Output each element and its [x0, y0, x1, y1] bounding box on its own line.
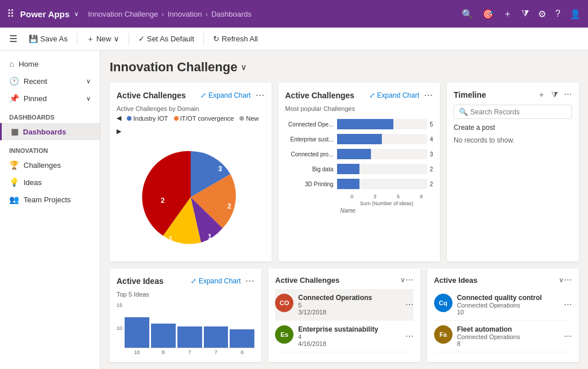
timeline-add-icon[interactable]: ＋ [537, 90, 546, 100]
expand-icon: ⤢ [200, 91, 206, 99]
breadcrumb-app: Innovation Challenge [88, 10, 158, 18]
legend-prev[interactable]: ◀ [117, 114, 121, 122]
timeline-search-input[interactable] [470, 108, 567, 116]
dashboards-section-label: Dashboards [0, 107, 100, 123]
timeline-header: Timeline ＋ ⧩ ⋯ [454, 90, 572, 100]
ideas-list-header: Active Ideas ∨ ⋯ [434, 275, 572, 285]
ideas-list-title: Active Ideas [434, 276, 556, 285]
card2-expand-button[interactable]: ⤢ Expand Chart [369, 91, 419, 99]
ideas-bar-1 [125, 317, 149, 348]
breadcrumb-page: Dashboards [211, 10, 252, 18]
ideas-bar-chart: 15 10 [117, 302, 254, 348]
idea-1-more[interactable]: ⋯ [564, 300, 572, 309]
timeline-search-box[interactable]: 🔍 [454, 105, 572, 119]
toolbar: ☰ 💾 Save As ＋ New ∨ ✓ Set As Default ↻ R… [0, 28, 588, 51]
dashboard-icon: ▦ [11, 127, 18, 136]
ideas-icon: 💡 [9, 178, 19, 187]
challenges-list-header: Active Challenges ∨ ⋯ [275, 275, 413, 285]
card1-actions: ⤢ Expand Chart ⋯ [200, 90, 264, 101]
set-default-button[interactable]: ✓ Set As Default [134, 32, 199, 45]
active-ideas-list-card: Active Ideas ∨ ⋯ Cq Connected quality co… [427, 268, 579, 362]
challenges-list: CO Connected Operations 5 3/12/2018 ⋯ Es… [275, 289, 413, 352]
brand-chevron[interactable]: ∨ [74, 10, 79, 18]
sidebar-item-home[interactable]: ⌂ Home [0, 55, 100, 72]
card2-more-button[interactable]: ⋯ [424, 90, 433, 101]
challenges-chevron[interactable]: ∨ [400, 276, 405, 284]
timeline-actions: ＋ ⧩ ⋯ [537, 90, 572, 100]
challenge-item-1[interactable]: CO Connected Operations 5 3/12/2018 ⋯ [275, 289, 413, 321]
pie-legend: ◀ Industry IOT IT/OT convergence New ▶ [117, 114, 265, 135]
recent-chevron[interactable]: ∨ [86, 78, 91, 85]
idea-item-2[interactable]: Fa Fleet automation Connected Operations… [434, 321, 572, 352]
ideas-chart-actions: ⤢ Expand Chart ⋯ [191, 275, 254, 286]
ideas-chart-more[interactable]: ⋯ [245, 275, 254, 286]
card2-title: Active Challenges [285, 91, 355, 100]
target-icon[interactable]: 🎯 [482, 9, 494, 20]
active-challenges-pie-card: Active Challenges ⤢ Expand Chart ⋯ Activ… [110, 83, 272, 262]
ideas-bar-2 [151, 324, 176, 348]
ideas-expand-button[interactable]: ⤢ Expand Chart [191, 277, 241, 285]
challenge-1-more[interactable]: ⋯ [405, 300, 413, 309]
create-post-label[interactable]: Create a post [454, 124, 572, 132]
card1-expand-button[interactable]: ⤢ Expand Chart [200, 91, 250, 99]
legend-item-iot: Industry IOT [127, 115, 168, 122]
pinned-chevron[interactable]: ∨ [86, 95, 91, 102]
idea-2-more[interactable]: ⋯ [564, 332, 572, 341]
svg-text:3: 3 [218, 165, 222, 173]
challenge-info-1: Connected Operations 5 3/12/2018 [298, 294, 400, 316]
refresh-button[interactable]: ↻ Refresh All [208, 32, 262, 45]
sidebar-item-ideas[interactable]: 💡 Ideas [0, 174, 100, 191]
search-icon[interactable]: 🔍 [462, 9, 473, 20]
page-title-chevron[interactable]: ∨ [241, 63, 246, 72]
new-button[interactable]: ＋ New ∨ [82, 32, 124, 47]
add-icon[interactable]: ＋ [503, 8, 512, 20]
bar-row-3: Connected pro... 3 [285, 149, 434, 159]
ideas-chart-subtitle: Top 5 Ideas [117, 291, 254, 298]
sidebar-item-pinned[interactable]: 📌 Pinned ∨ [0, 90, 100, 107]
nav-right-icons: 🔍 🎯 ＋ ⧩ ⚙ ? 👤 [462, 8, 581, 20]
challenge-item-2[interactable]: Es Enterprise sustainability 4 4/16/2018… [275, 321, 413, 352]
sidebar-item-dashboards[interactable]: ▦ Dashboards [0, 123, 100, 140]
svg-text:1: 1 [208, 233, 212, 241]
content-area: Innovation Challenge ∨ Active Challenges… [100, 51, 588, 369]
refresh-icon: ↻ [213, 34, 219, 43]
idea-item-1[interactable]: Cq Connected quality control Connected O… [434, 289, 572, 321]
save-as-button[interactable]: 💾 Save As [24, 32, 72, 45]
pie-chart: 3 2 1 1 2 [117, 140, 265, 255]
ideas-bar-5 [230, 329, 254, 348]
grid-icon[interactable]: ⠿ [7, 7, 14, 20]
bar-axis: 0 3 5 8 [285, 194, 434, 199]
help-icon[interactable]: ? [555, 9, 560, 19]
new-icon: ＋ [87, 34, 94, 44]
toolbar-separator3 [203, 33, 204, 45]
legend-item-new: New [239, 115, 258, 122]
challenges-icon: 🏆 [9, 160, 19, 170]
sidebar-item-challenges[interactable]: 🏆 Challenges [0, 156, 100, 174]
brand-label[interactable]: Power Apps [20, 9, 69, 19]
hamburger-icon[interactable]: ☰ [9, 33, 17, 44]
idea-info-2: Fleet automation Connected Operations 8 [457, 325, 559, 347]
legend-item-itot: IT/OT convergence [174, 115, 234, 122]
challenges-list-more[interactable]: ⋯ [405, 275, 413, 285]
sidebar-item-recent[interactable]: 🕐 Recent ∨ [0, 72, 100, 90]
ideas-list-more[interactable]: ⋯ [564, 275, 572, 285]
legend-next[interactable]: ▶ [117, 128, 121, 135]
expand2-icon: ⤢ [369, 91, 375, 99]
user-icon[interactable]: 👤 [570, 9, 581, 20]
challenge-2-more[interactable]: ⋯ [405, 332, 413, 341]
filter-icon[interactable]: ⧩ [521, 9, 529, 19]
idea-avatar-2: Fa [434, 325, 452, 344]
new-chevron[interactable]: ∨ [114, 34, 119, 43]
innovation-section-label: Innovation [0, 140, 100, 156]
sidebar-item-team-projects[interactable]: 👥 Team Projects [0, 191, 100, 208]
ideas-chevron[interactable]: ∨ [559, 276, 564, 284]
main-layout: ⌂ Home 🕐 Recent ∨ 📌 Pinned ∨ Dashboards … [0, 51, 588, 369]
idea-avatar-1: Cq [434, 294, 452, 312]
timeline-filter-icon[interactable]: ⧩ [551, 90, 558, 100]
timeline-more-icon[interactable]: ⋯ [564, 90, 572, 100]
svg-text:1: 1 [169, 235, 173, 243]
breadcrumb: Innovation Challenge › Innovation › Dash… [88, 10, 252, 18]
card1-more-button[interactable]: ⋯ [256, 90, 265, 101]
settings-icon[interactable]: ⚙ [538, 9, 546, 20]
ideas-expand-icon: ⤢ [191, 277, 196, 285]
